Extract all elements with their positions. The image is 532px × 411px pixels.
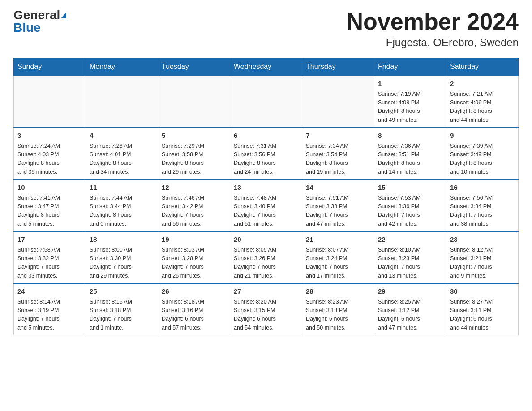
day-number: 2 — [450, 79, 515, 89]
day-info: Sunrise: 8:16 AM Sunset: 3:18 PM Dayligh… — [90, 298, 154, 333]
calendar-week-row: 3Sunrise: 7:24 AM Sunset: 4:03 PM Daylig… — [14, 128, 519, 180]
day-info: Sunrise: 7:56 AM Sunset: 3:34 PM Dayligh… — [450, 194, 515, 229]
table-row: 27Sunrise: 8:20 AM Sunset: 3:15 PM Dayli… — [230, 283, 302, 335]
calendar-week-row: 24Sunrise: 8:14 AM Sunset: 3:19 PM Dayli… — [14, 283, 519, 335]
day-info: Sunrise: 8:00 AM Sunset: 3:30 PM Dayligh… — [90, 246, 154, 281]
table-row: 3Sunrise: 7:24 AM Sunset: 4:03 PM Daylig… — [14, 128, 86, 180]
header-saturday: Saturday — [446, 58, 519, 76]
table-row: 17Sunrise: 7:58 AM Sunset: 3:32 PM Dayli… — [14, 231, 86, 283]
table-row: 11Sunrise: 7:44 AM Sunset: 3:44 PM Dayli… — [86, 180, 158, 231]
day-number: 7 — [306, 131, 370, 141]
table-row — [158, 76, 230, 128]
day-number: 3 — [17, 131, 82, 141]
day-info: Sunrise: 7:48 AM Sunset: 3:40 PM Dayligh… — [234, 194, 298, 229]
calendar-week-row: 1Sunrise: 7:19 AM Sunset: 4:08 PM Daylig… — [14, 76, 519, 128]
day-number: 28 — [306, 287, 370, 297]
table-row: 9Sunrise: 7:39 AM Sunset: 3:49 PM Daylig… — [446, 128, 519, 180]
day-number: 18 — [90, 235, 154, 245]
day-info: Sunrise: 7:51 AM Sunset: 3:38 PM Dayligh… — [306, 194, 370, 229]
day-info: Sunrise: 7:44 AM Sunset: 3:44 PM Dayligh… — [90, 194, 154, 229]
page-header: General Blue November 2024 Fjugesta, OEr… — [13, 9, 519, 49]
table-row: 6Sunrise: 7:31 AM Sunset: 3:56 PM Daylig… — [230, 128, 302, 180]
table-row: 30Sunrise: 8:27 AM Sunset: 3:11 PM Dayli… — [446, 283, 519, 335]
table-row: 20Sunrise: 8:05 AM Sunset: 3:26 PM Dayli… — [230, 231, 302, 283]
day-number: 20 — [234, 235, 298, 245]
calendar-week-row: 10Sunrise: 7:41 AM Sunset: 3:47 PM Dayli… — [14, 180, 519, 231]
table-row: 29Sunrise: 8:25 AM Sunset: 3:12 PM Dayli… — [374, 283, 446, 335]
table-row: 25Sunrise: 8:16 AM Sunset: 3:18 PM Dayli… — [86, 283, 158, 335]
logo-blue: Blue — [13, 21, 41, 34]
day-number: 17 — [17, 235, 82, 245]
calendar-week-row: 17Sunrise: 7:58 AM Sunset: 3:32 PM Dayli… — [14, 231, 519, 283]
day-number: 27 — [234, 287, 298, 297]
day-info: Sunrise: 8:23 AM Sunset: 3:13 PM Dayligh… — [306, 298, 370, 333]
title-area: November 2024 Fjugesta, OErebro, Sweden — [347, 9, 519, 49]
day-info: Sunrise: 8:14 AM Sunset: 3:19 PM Dayligh… — [17, 298, 82, 333]
table-row: 18Sunrise: 8:00 AM Sunset: 3:30 PM Dayli… — [86, 231, 158, 283]
day-number: 23 — [450, 235, 515, 245]
day-number: 30 — [450, 287, 515, 297]
calendar-header-row: Sunday Monday Tuesday Wednesday Thursday… — [14, 58, 519, 76]
table-row: 19Sunrise: 8:03 AM Sunset: 3:28 PM Dayli… — [158, 231, 230, 283]
day-number: 22 — [378, 235, 442, 245]
table-row: 24Sunrise: 8:14 AM Sunset: 3:19 PM Dayli… — [14, 283, 86, 335]
table-row — [230, 76, 302, 128]
table-row: 21Sunrise: 8:07 AM Sunset: 3:24 PM Dayli… — [302, 231, 374, 283]
table-row: 4Sunrise: 7:26 AM Sunset: 4:01 PM Daylig… — [86, 128, 158, 180]
day-info: Sunrise: 7:46 AM Sunset: 3:42 PM Dayligh… — [162, 194, 226, 229]
day-number: 24 — [17, 287, 82, 297]
day-info: Sunrise: 8:20 AM Sunset: 3:15 PM Dayligh… — [234, 298, 298, 333]
table-row: 13Sunrise: 7:48 AM Sunset: 3:40 PM Dayli… — [230, 180, 302, 231]
day-info: Sunrise: 8:27 AM Sunset: 3:11 PM Dayligh… — [450, 298, 515, 333]
day-number: 19 — [162, 235, 226, 245]
logo-triangle-icon — [61, 12, 66, 18]
table-row: 2Sunrise: 7:21 AM Sunset: 4:06 PM Daylig… — [446, 76, 519, 128]
table-row: 10Sunrise: 7:41 AM Sunset: 3:47 PM Dayli… — [14, 180, 86, 231]
day-number: 6 — [234, 131, 298, 141]
day-number: 11 — [90, 183, 154, 193]
day-info: Sunrise: 7:19 AM Sunset: 4:08 PM Dayligh… — [378, 90, 442, 125]
day-number: 15 — [378, 183, 442, 193]
day-number: 8 — [378, 131, 442, 141]
table-row: 16Sunrise: 7:56 AM Sunset: 3:34 PM Dayli… — [446, 180, 519, 231]
header-sunday: Sunday — [14, 58, 86, 76]
header-friday: Friday — [374, 58, 446, 76]
day-info: Sunrise: 7:36 AM Sunset: 3:51 PM Dayligh… — [378, 142, 442, 177]
day-number: 10 — [17, 183, 82, 193]
day-number: 26 — [162, 287, 226, 297]
day-number: 12 — [162, 183, 226, 193]
table-row: 28Sunrise: 8:23 AM Sunset: 3:13 PM Dayli… — [302, 283, 374, 335]
day-info: Sunrise: 7:53 AM Sunset: 3:36 PM Dayligh… — [378, 194, 442, 229]
day-number: 21 — [306, 235, 370, 245]
logo: General Blue — [13, 9, 66, 34]
header-tuesday: Tuesday — [158, 58, 230, 76]
table-row: 5Sunrise: 7:29 AM Sunset: 3:58 PM Daylig… — [158, 128, 230, 180]
day-info: Sunrise: 8:25 AM Sunset: 3:12 PM Dayligh… — [378, 298, 442, 333]
day-number: 1 — [378, 79, 442, 89]
day-info: Sunrise: 7:41 AM Sunset: 3:47 PM Dayligh… — [17, 194, 82, 229]
day-number: 25 — [90, 287, 154, 297]
calendar-table: Sunday Monday Tuesday Wednesday Thursday… — [13, 58, 519, 335]
location-title: Fjugesta, OErebro, Sweden — [347, 36, 519, 49]
day-number: 5 — [162, 131, 226, 141]
table-row — [86, 76, 158, 128]
table-row: 26Sunrise: 8:18 AM Sunset: 3:16 PM Dayli… — [158, 283, 230, 335]
day-info: Sunrise: 7:58 AM Sunset: 3:32 PM Dayligh… — [17, 246, 82, 281]
table-row — [14, 76, 86, 128]
day-number: 14 — [306, 183, 370, 193]
day-info: Sunrise: 8:07 AM Sunset: 3:24 PM Dayligh… — [306, 246, 370, 281]
header-monday: Monday — [86, 58, 158, 76]
month-year-title: November 2024 — [347, 9, 519, 34]
day-info: Sunrise: 8:18 AM Sunset: 3:16 PM Dayligh… — [162, 298, 226, 333]
day-number: 16 — [450, 183, 515, 193]
table-row: 22Sunrise: 8:10 AM Sunset: 3:23 PM Dayli… — [374, 231, 446, 283]
table-row: 14Sunrise: 7:51 AM Sunset: 3:38 PM Dayli… — [302, 180, 374, 231]
day-number: 4 — [90, 131, 154, 141]
day-info: Sunrise: 7:39 AM Sunset: 3:49 PM Dayligh… — [450, 142, 515, 177]
day-info: Sunrise: 7:31 AM Sunset: 3:56 PM Dayligh… — [234, 142, 298, 177]
day-info: Sunrise: 7:24 AM Sunset: 4:03 PM Dayligh… — [17, 142, 82, 177]
day-info: Sunrise: 8:03 AM Sunset: 3:28 PM Dayligh… — [162, 246, 226, 281]
table-row: 23Sunrise: 8:12 AM Sunset: 3:21 PM Dayli… — [446, 231, 519, 283]
table-row: 1Sunrise: 7:19 AM Sunset: 4:08 PM Daylig… — [374, 76, 446, 128]
table-row: 12Sunrise: 7:46 AM Sunset: 3:42 PM Dayli… — [158, 180, 230, 231]
